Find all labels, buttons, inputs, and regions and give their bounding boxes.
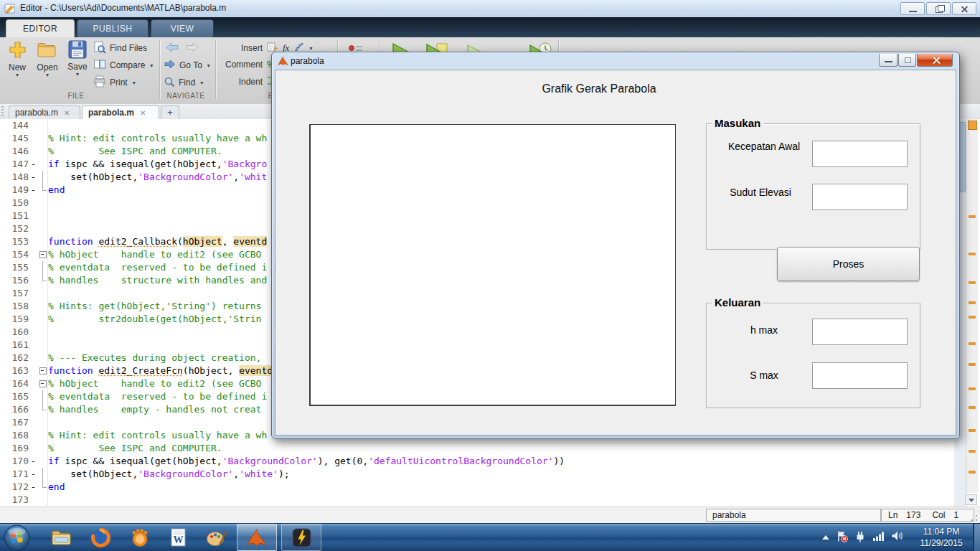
goto-button[interactable]: Go To — [164, 59, 210, 72]
ribbon-tab-view[interactable]: VIEW — [151, 19, 214, 37]
executable-marker — [29, 119, 38, 132]
window-close-button[interactable] — [952, 2, 976, 15]
find-icon — [164, 76, 175, 90]
insert-caret-icon[interactable]: ▾ — [309, 45, 312, 52]
executable-marker — [29, 377, 38, 390]
lint-marker[interactable] — [969, 387, 976, 390]
show-desktop-button[interactable] — [973, 524, 980, 551]
tab-close-icon[interactable]: ✕ — [64, 109, 70, 117]
lint-marker[interactable] — [969, 281, 976, 284]
fold-guide — [38, 468, 48, 481]
network-signal-icon[interactable] — [872, 530, 885, 545]
taskbar-firefox[interactable] — [82, 524, 119, 551]
dialog-maximize-button[interactable] — [898, 54, 916, 67]
lint-marker[interactable] — [969, 316, 976, 319]
executable-marker — [29, 222, 38, 235]
fold-guide — [38, 184, 48, 197]
taskbar-word[interactable]: W — [159, 524, 197, 551]
kecepatan-awal-input[interactable] — [812, 141, 908, 167]
open-button[interactable]: Open ▾ — [33, 40, 62, 90]
ribbon-tab-editor[interactable]: EDITOR — [6, 19, 75, 37]
taskbar-winamp[interactable] — [281, 524, 321, 551]
line-number: 167 — [0, 416, 29, 429]
doc-tab-parabola-2[interactable]: parabola.m ✕ — [82, 105, 159, 119]
new-tab-button[interactable]: + — [161, 105, 179, 120]
clock-time: 11:04 PM — [913, 526, 970, 537]
lint-marker[interactable] — [969, 215, 976, 218]
power-plug-icon[interactable] — [854, 530, 866, 545]
resize-grip[interactable] — [971, 514, 978, 522]
line-number: 145 — [0, 132, 29, 145]
executable-marker: - — [29, 481, 38, 494]
dialog-minimize-button[interactable] — [879, 54, 897, 67]
fold-guide — [38, 429, 48, 442]
sudut-elevasi-input[interactable] — [812, 184, 908, 210]
window-restore-button[interactable] — [926, 2, 951, 15]
compare-button[interactable]: Compare — [93, 59, 153, 72]
line-number: 164 — [0, 377, 29, 390]
find-label: Find — [179, 77, 195, 88]
code-text: % See ISPC and COMPUTER. — [48, 442, 222, 455]
dialog-close-button[interactable] — [917, 54, 953, 67]
executable-marker — [29, 390, 38, 403]
start-button[interactable] — [4, 524, 30, 551]
lint-marker[interactable] — [969, 253, 976, 255]
code-line: 170-if ispc && isequal(get(hObject,'Back… — [0, 455, 980, 468]
taskbar-gom-player[interactable] — [121, 524, 158, 551]
code-fold-icon[interactable] — [38, 364, 48, 377]
lint-marker[interactable] — [969, 429, 976, 432]
fold-guide — [38, 481, 48, 494]
find-files-icon — [93, 41, 106, 56]
executable-marker — [29, 339, 38, 352]
code-line: 172-end — [0, 481, 980, 494]
executable-marker — [29, 235, 38, 248]
scrollbar-down-arrow[interactable] — [965, 494, 977, 505]
taskbar-matlab[interactable] — [237, 524, 277, 551]
save-button[interactable]: Save ▾ — [63, 40, 92, 90]
print-button[interactable]: Print — [93, 76, 136, 89]
doc-tab-parabola-1[interactable]: parabola.m ✕ — [9, 105, 80, 119]
col-value: 1 — [953, 510, 958, 520]
window-minimize-button[interactable] — [900, 2, 925, 15]
comment-row: Comment % — [220, 59, 275, 70]
forward-arrow-icon[interactable] — [185, 42, 199, 55]
executable-marker — [29, 300, 38, 313]
volume-icon[interactable] — [891, 530, 903, 545]
executable-marker — [29, 416, 38, 429]
fold-guide — [38, 158, 48, 171]
sudut-elevasi-label: Sudut Elevasi — [718, 186, 803, 199]
s-max-output[interactable] — [812, 362, 908, 389]
fold-guide — [38, 455, 48, 468]
tab-close-icon[interactable]: ✕ — [140, 109, 146, 117]
taskbar-paint[interactable] — [198, 524, 235, 551]
lint-marker[interactable] — [969, 471, 976, 474]
code-fold-icon[interactable] — [38, 248, 48, 261]
line-number: 148 — [0, 171, 29, 184]
ribbon-tab-publish[interactable]: PUBLISH — [77, 19, 149, 37]
taskbar-windows-explorer[interactable] — [43, 524, 80, 551]
fold-guide — [38, 209, 48, 222]
line-number: 170 — [0, 455, 29, 468]
lint-marker[interactable] — [969, 342, 976, 345]
col-label: Col — [932, 510, 945, 520]
find-files-button[interactable]: Find Files — [93, 42, 147, 55]
find-button[interactable]: Find — [164, 76, 203, 89]
lint-marker[interactable] — [969, 450, 976, 453]
lint-marker[interactable] — [969, 406, 976, 409]
lint-marker[interactable] — [969, 301, 976, 304]
line-number: 165 — [0, 390, 29, 403]
taskbar-clock[interactable]: 11:04 PM 11/29/2015 — [913, 526, 970, 549]
hidden-icons-button[interactable] — [822, 535, 829, 540]
status-function-cell: parabola — [706, 509, 881, 522]
code-fold-icon[interactable] — [38, 377, 48, 390]
new-button[interactable]: New ▾ — [3, 40, 32, 90]
executable-marker: - — [29, 171, 38, 184]
h-max-output[interactable] — [812, 319, 908, 345]
proses-button[interactable]: Proses — [777, 247, 920, 281]
lint-marker[interactable] — [969, 363, 976, 366]
message-summary-icon[interactable] — [968, 121, 977, 130]
status-line-col-cell: Ln 173 Col 1 — [881, 509, 974, 522]
action-center-icon[interactable] — [836, 530, 848, 545]
back-arrow-icon[interactable] — [165, 42, 179, 55]
tabbar-grip[interactable] — [1, 106, 4, 117]
